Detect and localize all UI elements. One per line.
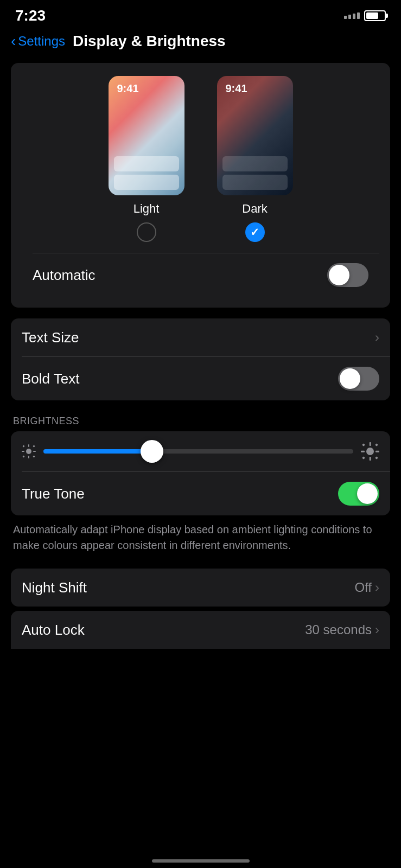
- night-shift-chevron-icon: ›: [375, 580, 379, 595]
- dark-bar-1: [222, 156, 288, 171]
- dark-bars: [217, 151, 293, 195]
- night-shift-value: Off ›: [354, 580, 379, 595]
- true-tone-toggle[interactable]: [338, 482, 379, 506]
- signal-icon: [344, 12, 360, 19]
- automatic-toggle[interactable]: [327, 263, 368, 287]
- toggle-knob-automatic: [329, 265, 349, 285]
- automatic-row: Automatic: [22, 253, 379, 297]
- light-time: 9:41: [117, 82, 139, 95]
- nav-bar: ‹ Settings Display & Brightness: [0, 28, 401, 59]
- auto-lock-section[interactable]: Auto Lock 30 seconds ›: [11, 611, 390, 649]
- true-tone-label: True Tone: [22, 486, 85, 502]
- brightness-low-icon: [22, 444, 36, 458]
- light-preview: 9:41: [109, 76, 184, 195]
- appearance-options: 9:41 Light 9:41 Dark ✓: [22, 76, 379, 242]
- back-button[interactable]: ‹ Settings: [11, 34, 65, 49]
- true-tone-row: True Tone: [11, 472, 390, 515]
- dark-option[interactable]: 9:41 Dark ✓: [217, 76, 293, 242]
- dark-preview: 9:41: [217, 76, 293, 195]
- light-bars: [109, 151, 184, 195]
- auto-lock-chevron-icon: ›: [375, 622, 379, 637]
- brightness-slider-row: [11, 431, 390, 471]
- appearance-section: 9:41 Light 9:41 Dark ✓: [11, 63, 390, 308]
- night-shift-label: Night Shift: [22, 579, 87, 596]
- battery-icon: [364, 10, 386, 21]
- light-option[interactable]: 9:41 Light: [109, 76, 184, 242]
- auto-lock-label: Auto Lock: [22, 622, 85, 639]
- battery-fill: [366, 12, 378, 19]
- home-indicator: [152, 859, 250, 863]
- dark-radio[interactable]: ✓: [245, 222, 265, 242]
- bold-text-label: Bold Text: [22, 371, 79, 387]
- status-bar: 7:23: [0, 0, 401, 28]
- toggle-knob-bold: [340, 368, 360, 389]
- brightness-section-label: BRIGHTNESS: [0, 411, 401, 431]
- check-icon: ✓: [250, 226, 259, 239]
- brightness-fill: [43, 449, 152, 454]
- text-size-label: Text Size: [22, 329, 79, 346]
- text-section: Text Size › Bold Text: [11, 318, 390, 400]
- status-icons: [344, 10, 386, 21]
- auto-lock-value-text: 30 seconds: [305, 622, 372, 637]
- text-size-row[interactable]: Text Size ›: [11, 318, 390, 356]
- light-bar-1: [114, 156, 179, 171]
- night-shift-section[interactable]: Night Shift Off ›: [11, 569, 390, 607]
- brightness-high-icon: [361, 442, 379, 461]
- dark-time: 9:41: [226, 82, 247, 95]
- night-shift-value-text: Off: [354, 580, 372, 595]
- auto-lock-row[interactable]: Auto Lock 30 seconds ›: [11, 611, 390, 649]
- bold-text-row: Bold Text: [11, 357, 390, 400]
- brightness-section: True Tone: [11, 431, 390, 515]
- text-size-chevron-icon: ›: [375, 330, 379, 345]
- brightness-slider[interactable]: [43, 449, 353, 454]
- bold-text-toggle[interactable]: [338, 367, 379, 391]
- back-label: Settings: [18, 34, 65, 49]
- back-chevron-icon: ‹: [11, 34, 16, 49]
- status-time: 7:23: [15, 7, 46, 24]
- light-label: Light: [133, 202, 160, 216]
- light-bar-2: [114, 175, 179, 190]
- toggle-knob-truetone: [357, 483, 378, 504]
- dark-bar-2: [222, 175, 288, 190]
- night-shift-row[interactable]: Night Shift Off ›: [11, 569, 390, 607]
- dark-label: Dark: [242, 202, 267, 216]
- automatic-label: Automatic: [33, 267, 96, 284]
- auto-lock-value: 30 seconds ›: [305, 622, 379, 637]
- light-radio[interactable]: [137, 222, 156, 242]
- true-tone-footer: Automatically adapt iPhone display based…: [0, 515, 401, 564]
- page-title: Display & Brightness: [73, 33, 226, 50]
- brightness-knob[interactable]: [141, 440, 163, 463]
